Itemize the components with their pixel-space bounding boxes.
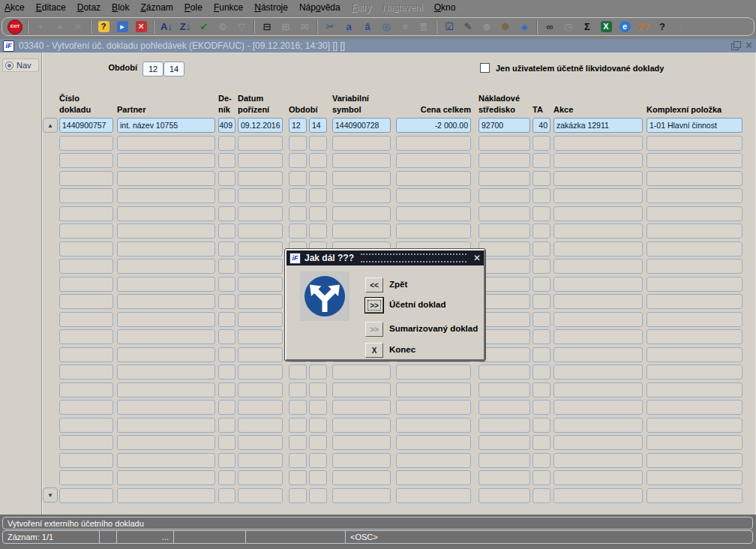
cell-obdobi1-row7[interactable] [289, 224, 307, 238]
cell-obdobi1-row5[interactable] [289, 188, 307, 203]
cell-obdobi1-row3[interactable] [289, 153, 307, 168]
cell-datum-row20[interactable] [238, 453, 283, 468]
cell-partner-row21[interactable] [117, 470, 215, 485]
sort-descending-icon[interactable]: Z↓ [177, 20, 194, 34]
cell-denik-row22[interactable] [218, 488, 236, 503]
cell-akce-row10[interactable] [554, 277, 643, 292]
cell-cena-row16[interactable] [396, 382, 471, 398]
cell-datum-row11[interactable] [238, 294, 283, 309]
clipboard-check-icon[interactable]: ☑ [441, 20, 458, 34]
cell-partner-row19[interactable] [117, 435, 215, 450]
cell-ta-row19[interactable] [532, 435, 550, 450]
excel-icon[interactable]: X [598, 20, 614, 34]
cell-datum-row6[interactable] [238, 206, 283, 221]
cell-cena-row1[interactable]: -2 000.00 [396, 118, 471, 133]
cell-komplexni-row14[interactable] [646, 347, 742, 362]
cell-datum-row9[interactable] [238, 259, 283, 274]
cell-partner-row22[interactable] [117, 488, 215, 503]
cell-ta-row5[interactable] [532, 188, 550, 203]
cell-cena-row18[interactable] [396, 418, 471, 433]
cell-obdobi1-row2[interactable] [289, 136, 307, 151]
cell-ta-row11[interactable] [532, 294, 550, 309]
cell-komplexni-row22[interactable] [646, 488, 742, 503]
cell-partner-row14[interactable] [117, 347, 215, 362]
cell-partner-row16[interactable] [117, 382, 215, 398]
cell-cena-row6[interactable] [396, 206, 471, 221]
cell-cena-row20[interactable] [396, 453, 471, 468]
cell-komplexni-row12[interactable] [646, 312, 742, 327]
cell-obdobi2-row4[interactable] [309, 171, 327, 186]
record-scroll-down-icon[interactable]: ▼ [43, 488, 58, 502]
cell-akce-row21[interactable] [554, 470, 643, 485]
cell-obdobi2-row21[interactable] [309, 470, 327, 485]
cell-ns-row6[interactable] [478, 206, 530, 221]
cell-partner-row13[interactable] [117, 329, 215, 344]
cell-akce-row15[interactable] [554, 364, 643, 380]
cell-obdobi1-row15[interactable] [289, 364, 307, 380]
cell-partner-row6[interactable] [117, 206, 215, 221]
cell-obdobi2-row5[interactable] [309, 188, 327, 203]
period-to-input[interactable]: 14 [164, 62, 184, 76]
menu-item-nastroje[interactable]: Nástroje [254, 2, 288, 13]
cell-ns-row12[interactable] [478, 312, 530, 327]
query-enter-icon[interactable]: ? [95, 20, 112, 34]
binoculars-icon[interactable]: ∞ [542, 20, 558, 34]
cell-obdobi1-row21[interactable] [289, 470, 307, 485]
cell-denik-row13[interactable] [218, 329, 236, 344]
cell-akce-row17[interactable] [554, 400, 643, 415]
cell-denik-row14[interactable] [218, 347, 236, 362]
cell-partner-row15[interactable] [117, 364, 215, 380]
cell-cislo-row4[interactable] [59, 171, 113, 186]
cell-partner-row9[interactable] [117, 259, 215, 274]
cell-cislo-row22[interactable] [59, 488, 113, 503]
cell-datum-row3[interactable] [238, 153, 283, 168]
close-window-icon[interactable]: ✕ [745, 40, 753, 51]
document-window-titlebar[interactable]: iF 03340 - Vytvoření úč. dokladu pohledá… [0, 39, 756, 52]
cell-akce-row7[interactable] [554, 224, 643, 238]
cell-ta-row2[interactable] [532, 136, 550, 151]
sigma-icon[interactable]: Σ [579, 20, 596, 34]
cell-cislo-row7[interactable] [59, 224, 113, 238]
cell-komplexni-row7[interactable] [646, 224, 742, 238]
cell-cena-row15[interactable] [396, 364, 471, 380]
cell-obdobi1-row6[interactable] [289, 206, 307, 221]
cell-cislo-row11[interactable] [59, 294, 113, 309]
exit-icon[interactable]: EXIT [7, 20, 23, 34]
cell-akce-row3[interactable] [554, 153, 643, 168]
cell-ta-row20[interactable] [532, 453, 550, 468]
cell-ta-row3[interactable] [532, 153, 550, 168]
cell-partner-row5[interactable] [117, 188, 215, 203]
cell-obdobi1-row19[interactable] [289, 435, 307, 450]
cell-varsym-row22[interactable] [332, 488, 391, 503]
cell-obdobi2-row2[interactable] [309, 136, 327, 151]
cell-obdobi2-row15[interactable] [309, 364, 327, 380]
cut-icon[interactable]: ✂ [322, 20, 338, 34]
only-user-liquidated-checkbox[interactable] [480, 63, 490, 73]
cell-varsym-row5[interactable] [332, 188, 391, 203]
cell-cislo-row5[interactable] [59, 188, 113, 203]
cell-varsym-row6[interactable] [332, 206, 391, 221]
cell-obdobi1-row17[interactable] [289, 400, 307, 415]
sort-ascending-icon[interactable]: A↓ [158, 20, 175, 34]
menu-item-napoveda[interactable]: Nápověda [299, 2, 340, 13]
cell-ns-row8[interactable] [478, 242, 530, 256]
cell-obdobi2-row3[interactable] [309, 153, 327, 168]
cell-denik-row18[interactable] [218, 418, 236, 433]
cell-ta-row4[interactable] [532, 171, 550, 186]
cell-cena-row22[interactable] [396, 488, 471, 503]
menu-item-zaznam[interactable]: Záznam [140, 2, 172, 13]
cell-partner-row10[interactable] [117, 277, 215, 292]
cell-ns-row20[interactable] [478, 453, 530, 468]
cell-ta-row18[interactable] [532, 418, 550, 433]
cell-denik-row9[interactable] [218, 259, 236, 274]
period-from-input[interactable]: 12 [142, 62, 164, 76]
dialog-button-zpet[interactable]: << [365, 278, 383, 292]
cell-komplexni-row2[interactable] [646, 136, 742, 151]
cell-denik-row16[interactable] [218, 382, 236, 398]
cell-datum-row19[interactable] [238, 435, 283, 450]
cell-cislo-row14[interactable] [59, 347, 113, 362]
cell-ns-row9[interactable] [478, 259, 530, 274]
cell-obdobi2-row19[interactable] [309, 435, 327, 450]
cell-datum-row16[interactable] [238, 382, 283, 398]
cell-ns-row7[interactable] [478, 224, 530, 238]
